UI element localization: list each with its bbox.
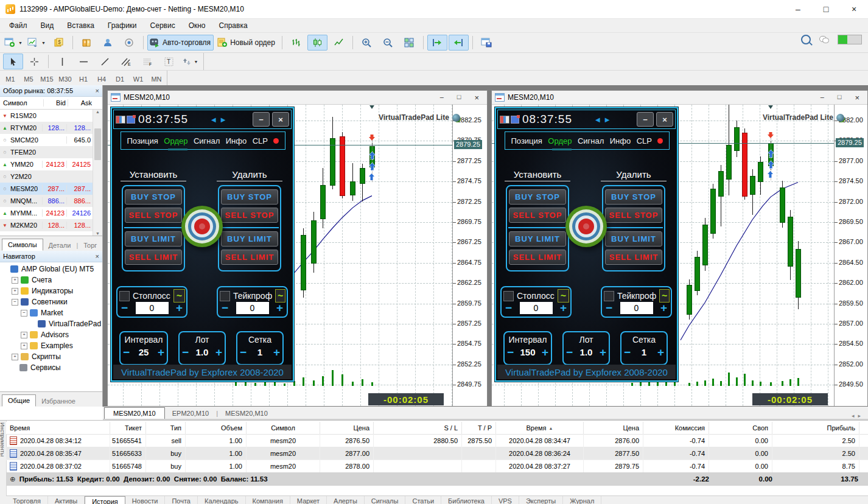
menu-item-Окно[interactable]: Окно [182,19,212,32]
minus-button[interactable]: − [182,348,189,357]
chat-icon[interactable] [819,36,829,43]
new-order-button[interactable]: Новый ордер [215,35,278,51]
table-row[interactable]: 2020.04.28 08:34:1251665541sell1.00mesm2… [6,434,868,447]
minus-button[interactable]: − [222,303,228,313]
window-close-button[interactable]: × [840,0,868,18]
column-header-12[interactable]: Своп [709,422,772,434]
signals-button[interactable] [119,35,139,51]
timeframe-m15[interactable]: M15 [38,72,56,86]
grid-value[interactable]: 1 [642,347,646,357]
plus-button[interactable]: + [215,348,222,357]
mql5-community-button[interactable] [98,35,118,51]
chart-shift-button[interactable] [427,35,447,51]
toolbox-tab-календарь[interactable]: Календарь [198,496,246,504]
minus-button[interactable]: − [240,348,247,357]
crosshair-button[interactable] [24,54,44,69]
toolbox-tab-сигналы[interactable]: Сигналы [365,496,406,504]
column-header-1[interactable]: Время [6,422,110,434]
chart-close-button[interactable]: × [474,93,479,102]
toolbox-tab-почта[interactable]: Почта [165,496,198,504]
menu-item-Справка[interactable]: Справка [212,19,254,32]
market-watch-button[interactable]: $ [49,35,69,51]
takeprofit-checkbox[interactable] [604,291,614,301]
tree-item-советники[interactable]: −Советники [0,296,102,307]
lot-value[interactable]: 1.0 [580,347,593,357]
pad-close-button[interactable]: × [272,112,289,127]
pad-buy-stop-set-button[interactable]: BUY STOP [125,189,182,205]
minus-button[interactable]: − [123,348,130,357]
chart-minimize-button[interactable]: – [821,93,824,102]
market-watch-row[interactable]: ▲MYMM...2412324126 [0,207,102,219]
column-header-10[interactable]: Цена [584,422,643,434]
takeprofit-value[interactable]: 0 [620,302,653,314]
trendline-button[interactable] [95,54,115,69]
pad-tab-позиция[interactable]: Позиция [127,136,158,145]
tree-item-market[interactable]: −Market [0,307,102,318]
pad-tab-ордер[interactable]: Ордер [164,136,187,145]
market-watch-row[interactable]: ○TFEM20 [0,146,102,158]
chart-bars-button[interactable] [286,35,306,51]
market-watch-row[interactable]: ▼M2KM20128...128... [0,219,102,231]
pad-sell-limit-set-button[interactable]: SELL LIMIT [125,250,182,265]
toolbox-tab-активы[interactable]: Активы [48,496,85,504]
tree-item-счета[interactable]: +Счета [0,275,102,285]
tree-item-virtualtradepad[interactable]: VirtualTradePad [0,318,102,329]
toolbox-tab-журнал[interactable]: Журнал [563,496,601,504]
market-watch-tab-1[interactable]: Символы [2,239,43,251]
takeprofit-value[interactable]: 0 [236,302,269,314]
chevron-down-icon[interactable]: ▼ [18,41,23,45]
market-watch-row[interactable]: ○Y2M20 [0,170,102,183]
zoom-in-button[interactable] [357,35,377,51]
expand-minus-icon[interactable]: − [21,310,27,317]
takeprofit-trailing-icon[interactable]: ~ [275,289,285,303]
expand-plus-icon[interactable]: + [12,354,18,360]
pad-buy-limit-del-button[interactable]: BUY LIMIT [605,231,662,247]
market-watch-tab-2[interactable]: Детали [43,240,77,251]
cursor-button[interactable] [3,54,23,69]
timeframe-mn[interactable]: MN [147,72,166,86]
pad-tab-инфо[interactable]: Инфо [226,136,247,145]
pad-buy-limit-set-button[interactable]: BUY LIMIT [125,231,182,247]
text-label-button[interactable]: T [159,54,179,69]
lot-value[interactable]: 1.0 [196,347,209,357]
market-watch-row[interactable]: ▲RTYM20128...128... [0,122,102,134]
minus-button[interactable]: − [566,348,573,357]
equidistant-channel-button[interactable]: E [116,54,136,69]
minus-button[interactable]: − [606,303,612,313]
chevron-down-icon[interactable]: ▼ [194,60,198,64]
pad-buy-stop-del-button[interactable]: BUY STOP [605,189,662,205]
column-header-bid[interactable]: Bid [43,99,68,107]
chart-close-button[interactable]: × [855,93,859,102]
expand-icon[interactable]: ⊕ [10,475,16,483]
menu-item-Вид[interactable]: Вид [34,19,61,32]
toolbox-tab-компания[interactable]: Компания [246,496,290,504]
column-header-8[interactable]: T / P [462,422,496,434]
toolbox-tab-эксперты[interactable]: Эксперты [519,496,563,504]
minus-button[interactable]: − [624,348,631,357]
tree-item-advisors[interactable]: +Advisors [0,329,102,340]
close-icon[interactable]: × [96,253,99,259]
pad-tab-ордер[interactable]: Ордер [548,136,572,145]
plus-button[interactable]: + [600,348,606,357]
stoploss-trailing-icon[interactable]: ~ [558,289,569,303]
plus-button[interactable]: + [276,303,283,313]
toolbox-tab-новости[interactable]: Новости [125,496,166,504]
tree-item-amp-global-eu-mt5[interactable]: AMP Global (EU) MT5 [0,264,102,275]
zoom-out-button[interactable] [378,35,398,51]
plus-button[interactable]: + [657,348,664,357]
plus-button[interactable]: + [660,303,667,313]
pad-tab-сигнал[interactable]: Сигнал [578,136,604,145]
interval-value[interactable]: 150 [520,347,535,357]
expand-plus-icon[interactable]: + [12,277,18,284]
column-header-13[interactable]: Прибыль [772,422,859,434]
tree-item-индикаторы[interactable]: +Индикаторы [0,285,102,296]
chart-maximize-button[interactable]: □ [838,93,842,102]
column-header-5[interactable]: Символ [247,422,320,434]
pad-minimize-button[interactable]: − [253,112,270,127]
toolbox-tab-библиотека[interactable]: Библиотека [441,496,492,504]
table-row[interactable]: 2020.04.28 08:35:4751665633buy1.00mesm20… [6,447,868,460]
tab-scroll-arrows[interactable]: ◂▸ [852,413,868,419]
pad-tab-clp[interactable]: CLP [637,136,652,145]
chart-line-button[interactable] [329,35,349,51]
menu-item-Файл[interactable]: Файл [2,19,34,32]
